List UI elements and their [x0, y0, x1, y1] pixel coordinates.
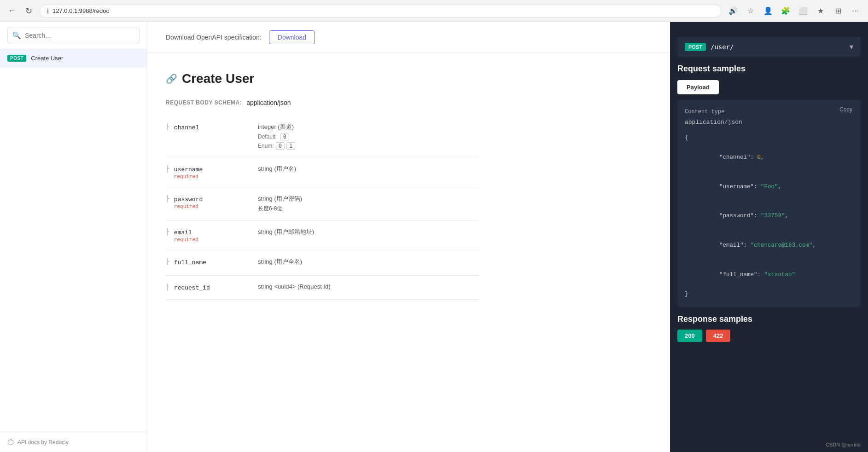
field-name-cell: ├emailrequired [166, 220, 258, 250]
sidebar-search: 🔍 [0, 22, 147, 49]
request-samples-title: Request samples [677, 64, 861, 74]
split-view-button[interactable]: ⬜ [796, 4, 810, 18]
field-name: channel [174, 124, 199, 131]
read-aloud-button[interactable]: 🔊 [726, 4, 740, 18]
field-desc-cell: string (用户邮箱地址) [258, 220, 479, 250]
code-block: Content type application/json Copy { "ch… [677, 100, 861, 307]
field-note: 长度6-8位 [258, 205, 479, 213]
field-name: full_name [174, 259, 206, 266]
field-name-cell: ├passwordrequired [166, 187, 258, 220]
right-panel: POST /user/ ▾ Request samples Payload Co… [670, 22, 868, 452]
field-type: string (用户全名) [258, 258, 479, 266]
field-desc-cell: string <uuid4> (Request Id) [258, 276, 479, 300]
code-line-password: "password": "33759", [685, 202, 853, 231]
field-desc-cell: string (用户密码)长度6-8位 [258, 187, 479, 220]
code-line-email: "email": "chencare@163.com", [685, 231, 853, 261]
extensions-button[interactable]: 🧩 [779, 4, 792, 18]
main-content: Download OpenAPI specification: Download… [147, 22, 670, 452]
code-line-fullname: "full_name": "xiaotao" [685, 261, 853, 290]
endpoint-method-badge: POST [685, 43, 706, 51]
field-name-cell: ├request_id [166, 276, 258, 300]
endpoint-bar: POST /user/ ▾ [677, 37, 861, 57]
field-line-icon: ├ [166, 123, 169, 130]
field-required-label: required [174, 204, 203, 209]
sidebar-item-create-user[interactable]: POST Create User [0, 49, 147, 68]
back-button[interactable]: ← [6, 5, 18, 17]
download-label: Download OpenAPI specification: [166, 34, 262, 41]
search-wrap[interactable]: 🔍 [7, 28, 140, 43]
field-type: string (用户名) [258, 165, 479, 173]
field-default: Default: 0 [258, 133, 479, 140]
field-type: string (用户邮箱地址) [258, 228, 479, 236]
request-samples-section: Request samples Payload [670, 57, 868, 100]
field-name-cell: ├usernamerequired [166, 157, 258, 187]
link-icon: 🔗 [166, 73, 177, 84]
content-type-label: Content type [685, 107, 742, 116]
search-input[interactable] [25, 32, 134, 39]
field-required-label: required [174, 174, 203, 180]
top-bar: Download OpenAPI specification: Download [147, 22, 670, 53]
more-button[interactable]: ⋯ [849, 4, 862, 18]
field-required-label: required [174, 237, 198, 243]
field-name: email [174, 229, 192, 236]
sidebar: 🔍 POST Create User ⬡ API docs by Redocly [0, 22, 147, 452]
content-type-value: application/json [685, 117, 742, 127]
api-title-row: 🔗 Create User [166, 71, 479, 86]
response-samples-title: Response samples [677, 314, 861, 324]
field-name-cell: ├full_name [166, 250, 258, 276]
schema-value: application/json [246, 99, 291, 106]
field-enum: Enum:01 [258, 142, 479, 150]
response-btns: 200 422 [670, 330, 868, 342]
nav-buttons: ← ↻ [6, 5, 35, 17]
url-text: 127.0.0.1:9988/redoc [52, 7, 109, 14]
collections-button[interactable]: ⊞ [831, 4, 845, 18]
chevron-down-icon[interactable]: ▾ [850, 42, 853, 51]
app-layout: 🔍 POST Create User ⬡ API docs by Redocly… [0, 22, 868, 452]
field-name: password [174, 196, 203, 203]
api-title: Create User [182, 71, 254, 86]
field-line-icon: ├ [166, 258, 169, 265]
field-line-icon: ├ [166, 165, 169, 172]
field-type: string <uuid4> (Request Id) [258, 283, 479, 290]
field-line-icon: ├ [166, 195, 169, 202]
field-desc-cell: integer (渠道)Default: 0Enum:01 [258, 116, 479, 157]
code-line-open: { [685, 133, 853, 143]
star-button[interactable]: ☆ [744, 4, 757, 18]
response-200-button[interactable]: 200 [677, 330, 702, 342]
field-desc-cell: string (用户名) [258, 157, 479, 187]
browser-chrome: ← ↻ ℹ 127.0.0.1:9988/redoc 🔊 ☆ 👤 🧩 ⬜ ★ ⊞… [0, 0, 868, 22]
api-content: 🔗 Create User REQUEST BODY SCHEMA: appli… [147, 53, 497, 318]
field-name: username [174, 166, 203, 173]
schema-row: REQUEST BODY SCHEMA: application/json [166, 99, 479, 106]
field-type: string (用户密码) [258, 195, 479, 203]
browser-actions: 🔊 ☆ 👤 🧩 ⬜ ★ ⊞ ⋯ [726, 4, 862, 18]
code-line-username: "username": "Foo", [685, 172, 853, 202]
response-422-button[interactable]: 422 [706, 330, 731, 342]
address-bar[interactable]: ℹ 127.0.0.1:9988/redoc [40, 5, 722, 17]
field-desc-cell: string (用户全名) [258, 250, 479, 276]
field-line-icon: ├ [166, 228, 169, 235]
reload-button[interactable]: ↻ [22, 5, 35, 17]
code-line-channel: "channel": 0, [685, 143, 853, 173]
copy-button[interactable]: Copy [837, 105, 855, 114]
sidebar-footer: ⬡ API docs by Redocly [0, 432, 147, 452]
info-icon: ℹ [47, 7, 49, 15]
watermark: CSDN @larrino [826, 442, 861, 447]
post-badge: POST [7, 55, 26, 62]
profile-button[interactable]: 👤 [761, 4, 775, 18]
field-name: request_id [174, 284, 210, 291]
endpoint-left: POST /user/ [685, 43, 734, 51]
field-name-cell: ├channel [166, 116, 258, 157]
sidebar-item-label: Create User [31, 55, 63, 62]
payload-button[interactable]: Payload [677, 80, 719, 94]
footer-label: API docs by Redocly [17, 439, 69, 446]
endpoint-path: /user/ [711, 43, 734, 51]
favorites-button[interactable]: ★ [814, 4, 827, 18]
code-header: Content type application/json [685, 107, 853, 127]
redocly-icon: ⬡ [7, 438, 14, 446]
content-type-info: Content type application/json [685, 107, 742, 127]
field-type: integer (渠道) [258, 123, 479, 131]
fields-table: ├channelinteger (渠道)Default: 0Enum:01├us… [166, 116, 479, 300]
download-button[interactable]: Download [269, 30, 315, 44]
schema-label: REQUEST BODY SCHEMA: [166, 99, 242, 106]
